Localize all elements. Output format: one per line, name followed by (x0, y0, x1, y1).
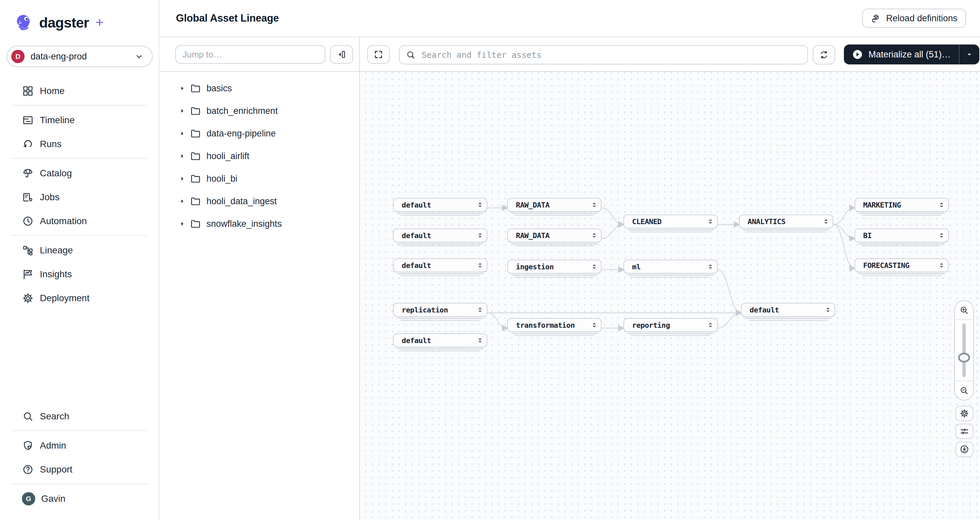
graph-node-label: default (394, 336, 431, 345)
sidebar-divider (11, 235, 148, 236)
expand-group-icon[interactable] (591, 201, 598, 208)
home-icon (22, 85, 34, 97)
caret-right-icon (179, 153, 185, 159)
zoom-out-button[interactable] (955, 381, 974, 400)
graph-node-ig-ingestion[interactable]: ingestion (507, 260, 601, 274)
catalog-icon (22, 167, 34, 179)
sidebar-item-deployment[interactable]: Deployment (5, 288, 153, 309)
sidebar-item-user[interactable]: GGavin (5, 488, 153, 509)
materialize-options-button[interactable] (959, 45, 979, 64)
graph-node-d3-default[interactable]: default (393, 258, 487, 272)
graph-settings-button[interactable] (955, 406, 974, 421)
brand-logo[interactable]: dagster + (14, 13, 159, 32)
graph-node-tf-transformation[interactable]: transformation (507, 318, 601, 332)
expand-group-icon[interactable] (477, 232, 484, 239)
folder-icon (190, 105, 201, 116)
graph-node-mk-marketing[interactable]: MARKETING (854, 198, 949, 212)
asset-search-input[interactable] (420, 49, 802, 60)
expand-group-icon[interactable] (822, 218, 829, 225)
graph-node-label: ml (624, 262, 640, 271)
expand-group-icon[interactable] (477, 337, 484, 344)
expand-group-icon[interactable] (707, 218, 714, 225)
sidebar-item-admin[interactable]: Admin (5, 435, 153, 456)
tree-folder-hooli-bi[interactable]: hooli_bi (159, 167, 359, 190)
sidebar-item-insights[interactable]: Insights (5, 264, 153, 285)
graph-node-rp-replication[interactable]: replication (393, 303, 487, 317)
sidebar-item-jobs[interactable]: Jobs (5, 187, 153, 208)
expand-group-icon[interactable] (591, 263, 598, 270)
expand-group-icon[interactable] (477, 262, 484, 269)
graph-filters-button[interactable] (955, 424, 974, 439)
graph-node-label: default (394, 261, 431, 270)
graph-node-ml-ml[interactable]: ml (624, 260, 718, 274)
refresh-button[interactable] (813, 45, 835, 64)
graph-node-label: MARKETING (855, 201, 901, 209)
sidebar-item-catalog[interactable]: Catalog (5, 163, 153, 184)
fullscreen-button[interactable] (367, 45, 390, 64)
graph-node-d4-default[interactable]: default (393, 333, 487, 347)
expand-group-icon[interactable] (938, 262, 945, 269)
deployment-switcher[interactable]: D data-eng-prod (6, 46, 153, 67)
collapse-panel-icon (336, 49, 347, 60)
sidebar-item-timeline[interactable]: Timeline (5, 110, 153, 131)
materialize-all-label: Materialize all (51)… (869, 49, 951, 60)
fullscreen-icon (374, 49, 383, 59)
collapse-panel-button[interactable] (330, 45, 353, 64)
asset-tree-panel: basicsbatch_enrichmentdata-eng-pipelineh… (159, 37, 359, 520)
graph-node-d1-default[interactable]: default (393, 198, 487, 212)
caret-right-icon (179, 108, 185, 114)
expand-group-icon[interactable] (707, 321, 714, 329)
tree-folder-hooli-airlift[interactable]: hooli_airlift (159, 145, 359, 167)
zoom-slider-handle[interactable] (958, 353, 970, 363)
graph-node-label: default (394, 201, 431, 209)
tree-folder-batch-enrichment[interactable]: batch_enrichment (159, 100, 359, 122)
tree-folder-data-eng-pipeline[interactable]: data-eng-pipeline (159, 122, 359, 145)
zoom-slider-track[interactable] (963, 323, 966, 377)
download-graph-button[interactable] (955, 442, 974, 457)
expand-group-icon[interactable] (938, 232, 945, 239)
expand-group-icon[interactable] (477, 201, 484, 208)
graph-node-d2-default[interactable]: default (393, 229, 487, 242)
sidebar-item-search[interactable]: Search (5, 406, 153, 427)
brand-name: dagster (39, 14, 89, 31)
caret-right-icon (179, 198, 185, 204)
graph-node-r1-raw-data[interactable]: RAW_DATA (507, 198, 601, 212)
sliders-icon (959, 426, 969, 436)
materialize-all-button[interactable]: Materialize all (51)… (844, 45, 959, 64)
graph-node-fc-forecasting[interactable]: FORECASTING (854, 258, 949, 272)
expand-group-icon[interactable] (707, 263, 714, 270)
zoom-in-button[interactable] (955, 301, 974, 320)
timeline-icon (22, 114, 34, 126)
sidebar-item-home[interactable]: Home (5, 80, 153, 102)
expand-group-icon[interactable] (591, 321, 598, 329)
graph-node-cl-cleaned[interactable]: CLEANED (624, 215, 718, 229)
graph-node-an-analytics[interactable]: ANALYTICS (739, 215, 833, 229)
dagster-logo-icon (14, 13, 33, 32)
lineage-canvas[interactable]: defaultRAW_DATAMARKETINGCLEANEDANALYTICS… (360, 72, 980, 520)
sidebar-item-automation[interactable]: Automation (5, 210, 153, 232)
graph-node-bi-bi[interactable]: BI (854, 229, 949, 242)
expand-group-icon[interactable] (591, 232, 598, 239)
sidebar-item-label: Home (40, 86, 65, 96)
expand-group-icon[interactable] (938, 201, 945, 208)
tree-folder-label: basics (207, 83, 232, 94)
tree-folder-basics[interactable]: basics (159, 77, 359, 100)
sidebar-divider (11, 483, 148, 484)
reload-definitions-button[interactable]: Reload definitions (862, 9, 966, 28)
tree-folder-snowflake-insights[interactable]: snowflake_insights (159, 213, 359, 235)
jump-to-input[interactable] (175, 45, 325, 64)
sidebar-item-support[interactable]: Support (5, 459, 153, 480)
expand-group-icon[interactable] (477, 306, 484, 313)
graph-node-r2-raw-data[interactable]: RAW_DATA (507, 229, 601, 242)
search-icon (406, 50, 416, 60)
insights-icon (22, 268, 34, 280)
sidebar-item-label: Lineage (40, 245, 73, 256)
expand-group-icon[interactable] (825, 306, 831, 313)
graph-node-dR-default[interactable]: default (741, 303, 835, 317)
graph-node-rt-reporting[interactable]: reporting (624, 318, 718, 332)
sidebar-item-lineage[interactable]: Lineage (5, 240, 153, 261)
folder-icon (190, 128, 201, 139)
sidebar-item-runs[interactable]: Runs (5, 134, 153, 155)
app-root: dagster + D data-eng-prod HomeTimelineRu… (0, 0, 980, 520)
tree-folder-hooli-data-ingest[interactable]: hooli_data_ingest (159, 190, 359, 213)
